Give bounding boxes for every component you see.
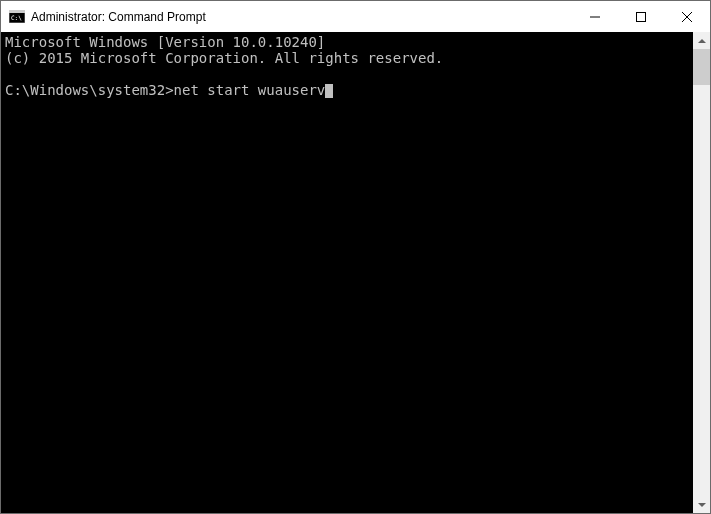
scroll-up-button[interactable] <box>693 32 710 49</box>
window-title: Administrator: Command Prompt <box>31 10 572 24</box>
svg-text:C:\: C:\ <box>11 14 22 21</box>
cmd-icon: C:\ <box>9 10 25 24</box>
window-controls <box>572 1 710 32</box>
svg-rect-4 <box>637 12 646 21</box>
os-version-line: Microsoft Windows [Version 10.0.10240] <box>5 34 325 50</box>
svg-marker-8 <box>698 503 706 507</box>
minimize-button[interactable] <box>572 1 618 32</box>
scroll-thumb[interactable] <box>693 49 710 85</box>
scroll-down-button[interactable] <box>693 496 710 513</box>
vertical-scrollbar[interactable] <box>693 32 710 513</box>
text-cursor <box>325 84 333 98</box>
command-prompt-window: C:\ Administrator: Command Prompt <box>0 0 711 514</box>
terminal-container: Microsoft Windows [Version 10.0.10240] (… <box>1 32 710 513</box>
scroll-track[interactable] <box>693 49 710 496</box>
command-text: net start wuauserv <box>174 82 326 98</box>
close-button[interactable] <box>664 1 710 32</box>
copyright-line: (c) 2015 Microsoft Corporation. All righ… <box>5 50 443 66</box>
maximize-button[interactable] <box>618 1 664 32</box>
prompt-text: C:\Windows\system32> <box>5 82 174 98</box>
svg-marker-7 <box>698 39 706 43</box>
terminal-output[interactable]: Microsoft Windows [Version 10.0.10240] (… <box>1 32 693 513</box>
svg-rect-1 <box>9 10 25 13</box>
titlebar[interactable]: C:\ Administrator: Command Prompt <box>1 1 710 32</box>
